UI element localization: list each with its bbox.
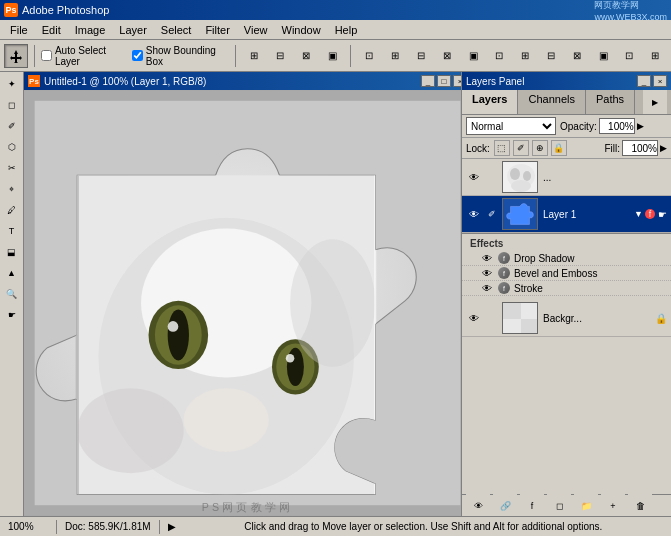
toolbox-btn-12[interactable]: ☛ [2, 305, 22, 325]
svg-point-12 [287, 348, 304, 386]
toolbox-btn-8[interactable]: T [2, 221, 22, 241]
align-btn-8[interactable]: ⊟ [539, 44, 563, 68]
layer-group-btn[interactable]: 📁 [574, 494, 598, 517]
align-icons: ⊡ ⊞ ⊟ ⊠ ▣ ⊡ ⊞ ⊟ ⊠ ▣ ⊡ ⊞ [357, 44, 667, 68]
layers-title-bar: Layers Panel _ × [462, 72, 671, 90]
layer-item-bg[interactable]: 👁 Backgr... 🔒 [462, 300, 671, 337]
toolbox-btn-4[interactable]: ⬡ [2, 137, 22, 157]
lock-label: Lock: [466, 143, 490, 154]
menu-bar: File Edit Image Layer Select Filter View… [0, 20, 671, 40]
menu-view[interactable]: View [238, 22, 274, 38]
layer-new-btn[interactable]: + [601, 494, 625, 517]
doc-title: Untitled-1 @ 100% (Layer 1, RGB/8) [44, 76, 206, 87]
fill-label: Fill: [604, 143, 620, 154]
menu-edit[interactable]: Edit [36, 22, 67, 38]
transform-btn-1[interactable]: ⊞ [242, 44, 266, 68]
tab-paths[interactable]: Paths [586, 90, 635, 114]
toolbox-btn-10[interactable]: ▲ [2, 263, 22, 283]
menu-image[interactable]: Image [69, 22, 112, 38]
layer-bg-eye[interactable]: 👁 [466, 310, 482, 326]
move-tool-btn[interactable] [4, 44, 28, 68]
layers-tabs: Layers Channels Paths ▶ [462, 90, 671, 115]
effect-drop-shadow[interactable]: 👁 f Drop Shadow [462, 251, 671, 266]
layers-minimize-btn[interactable]: _ [637, 75, 651, 87]
layers-menu-btn[interactable]: ▶ [643, 90, 667, 114]
blend-mode-select[interactable]: Normal [466, 117, 556, 135]
auto-select-input[interactable] [41, 50, 52, 61]
toolbox-btn-7[interactable]: 🖊 [2, 200, 22, 220]
layer-cat-eye[interactable]: 👁 [466, 169, 482, 185]
opacity-input[interactable] [599, 118, 635, 134]
effect-eye-2[interactable]: 👁 [482, 268, 492, 279]
align-btn-4[interactable]: ⊠ [435, 44, 459, 68]
toolbox-btn-9[interactable]: ⬓ [2, 242, 22, 262]
align-btn-6[interactable]: ⊡ [487, 44, 511, 68]
fill-input[interactable] [622, 140, 658, 156]
effect-eye-3[interactable]: 👁 [482, 283, 492, 294]
align-btn-9[interactable]: ⊠ [565, 44, 589, 68]
toolbox-btn-3[interactable]: ✐ [2, 116, 22, 136]
cursor-indicator: ☛ [658, 209, 667, 220]
align-btn-10[interactable]: ▣ [591, 44, 615, 68]
align-btn-2[interactable]: ⊞ [383, 44, 407, 68]
lock-all-btn[interactable]: 🔒 [551, 140, 567, 156]
status-sep-1 [56, 520, 57, 534]
doc-icon: Ps [28, 75, 40, 87]
opacity-arrow[interactable]: ▶ [637, 121, 644, 131]
toolbox-btn-6[interactable]: ⌖ [2, 179, 22, 199]
menu-help[interactable]: Help [329, 22, 364, 38]
show-bbox-input[interactable] [132, 50, 143, 61]
transform-btn-2[interactable]: ⊟ [268, 44, 292, 68]
layer-link-btn[interactable]: 🔗 [493, 494, 517, 517]
tab-channels[interactable]: Channels [518, 90, 585, 114]
fill-arrow[interactable]: ▶ [660, 143, 667, 153]
lock-icons: ⬚ ✐ ⊕ 🔒 [494, 140, 567, 156]
layer-bg-pencil [485, 311, 499, 325]
opacity-row: Opacity: ▶ [560, 118, 644, 134]
layer-bg-name: Backgr... [541, 313, 652, 324]
layer-item-cat[interactable]: 👁 ... [462, 159, 671, 196]
transform-btn-3[interactable]: ⊠ [294, 44, 318, 68]
layers-close-btn[interactable]: × [653, 75, 667, 87]
layer-effects-btn[interactable]: f [520, 494, 544, 517]
effect-bevel-emboss[interactable]: 👁 f Bevel and Emboss [462, 266, 671, 281]
align-btn-5[interactable]: ▣ [461, 44, 485, 68]
menu-file[interactable]: File [4, 22, 34, 38]
toolbox-btn-5[interactable]: ✂ [2, 158, 22, 178]
layer-puzzle-eye[interactable]: 👁 [466, 206, 482, 222]
transform-btn-4[interactable]: ▣ [320, 44, 344, 68]
doc-canvas: PS网页教学网 [24, 90, 471, 516]
align-btn-7[interactable]: ⊞ [513, 44, 537, 68]
status-forward-arrow[interactable]: ▶ [168, 521, 176, 532]
align-btn-12[interactable]: ⊞ [643, 44, 667, 68]
align-btn-1[interactable]: ⊡ [357, 44, 381, 68]
show-bbox-checkbox[interactable]: Show Bounding Box [132, 45, 229, 67]
menu-select[interactable]: Select [155, 22, 198, 38]
toolbox-btn-2[interactable]: ◻ [2, 95, 22, 115]
lock-move-btn[interactable]: ⊕ [532, 140, 548, 156]
effect-name-1: Drop Shadow [514, 253, 575, 264]
toolbox-btn-11[interactable]: 🔍 [2, 284, 22, 304]
lock-paint-btn[interactable]: ✐ [513, 140, 529, 156]
effect-stroke[interactable]: 👁 f Stroke [462, 281, 671, 296]
svg-point-14 [184, 388, 269, 452]
effect-eye-1[interactable]: 👁 [482, 253, 492, 264]
doc-minimize-btn[interactable]: _ [421, 75, 435, 87]
align-btn-11[interactable]: ⊡ [617, 44, 641, 68]
layer-delete-btn[interactable]: 🗑 [628, 494, 652, 517]
align-btn-3[interactable]: ⊟ [409, 44, 433, 68]
layer-item-puzzle[interactable]: 👁 ✐ Layer 1 ▼ f ☛ [462, 196, 671, 233]
layer-mask-btn[interactable]: ◻ [547, 494, 571, 517]
svg-point-9 [168, 321, 179, 332]
menu-filter[interactable]: Filter [199, 22, 235, 38]
lock-transparent-btn[interactable]: ⬚ [494, 140, 510, 156]
doc-maximize-btn[interactable]: □ [437, 75, 451, 87]
menu-layer[interactable]: Layer [113, 22, 153, 38]
auto-select-checkbox[interactable]: Auto Select Layer [41, 45, 128, 67]
svg-point-15 [77, 388, 183, 473]
menu-window[interactable]: Window [276, 22, 327, 38]
toolbar-sep-1 [34, 45, 35, 67]
layer-blend-btn[interactable]: 👁 [466, 494, 490, 517]
toolbox-btn-1[interactable]: ✦ [2, 74, 22, 94]
tab-layers[interactable]: Layers [462, 90, 518, 114]
